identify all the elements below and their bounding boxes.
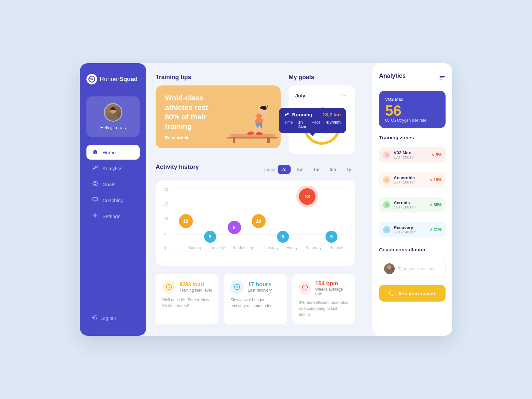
svg-point-25: [387, 265, 391, 269]
my-goals-title: My goals: [289, 74, 355, 81]
zone-2-pct: ↗ 21%: [429, 227, 442, 232]
activity-tooltip: Running 18,2 km Time 1h 34m Pace 4:34/km: [279, 108, 346, 133]
right-panel: Analytics VO2 Max ··· 56 O₂ O₂ Oxygen us…: [372, 63, 452, 336]
filter-7d[interactable]: 7d: [278, 165, 290, 174]
data-point-friday[interactable]: 5: [277, 231, 289, 243]
read-article-link[interactable]: Read article →: [165, 135, 220, 140]
svg-rect-11: [267, 137, 269, 143]
training-zones-title: Training zones: [379, 135, 446, 140]
svg-point-14: [258, 117, 259, 119]
vo2-label: VO2 Max: [385, 97, 403, 102]
svg-rect-7: [93, 198, 97, 201]
ask-coach-button[interactable]: Ask your coach: [379, 285, 446, 302]
sidebar-item-analytics[interactable]: Analytics: [86, 161, 140, 176]
avatar: [104, 103, 122, 122]
chart-x-labels: Monday Tuesday Wednesday Thursday Friday…: [184, 245, 347, 250]
tips-illustration: [221, 85, 281, 148]
logout-icon: [92, 315, 97, 321]
svg-rect-24: [440, 79, 442, 79]
coach-avatar: [384, 263, 395, 274]
chart-y-labels: 20 15 10 5 0: [164, 187, 172, 250]
filter-1m[interactable]: 1m: [309, 165, 323, 174]
data-point-wednesday[interactable]: 8: [228, 221, 241, 234]
data-point-saturday[interactable]: 18: [299, 188, 316, 205]
goals-icon: [92, 181, 98, 188]
analytics-title: Analytics: [379, 72, 406, 79]
recovery-desc: Slow down! Longer recovery recommended.: [230, 297, 280, 309]
data-point-thursday[interactable]: 10: [252, 214, 266, 228]
activity-history-section: Activity history Today 7d 2w 1m 3m 1y 20…: [156, 164, 355, 266]
coach-input-row[interactable]: Type your message: [379, 259, 446, 278]
analytics-header: Analytics: [379, 72, 446, 84]
zone-item-3: 3 Aerobic 140 - 160 hrm ↗ 56%: [379, 197, 446, 212]
recovery-icon-circle: [230, 280, 244, 294]
settings-icon: [92, 213, 98, 219]
filter-1y[interactable]: 1y: [342, 165, 355, 174]
sidebar: RunnerSquad Hello, Lucas: [80, 63, 146, 336]
zone-3-number: 3: [383, 201, 390, 208]
zone-3-range: 140 - 160 hrm: [394, 205, 426, 209]
load-value: 93% load: [180, 281, 212, 288]
coach-title: Coach consultation: [379, 247, 446, 252]
nav-items: Home Analytics Goals Coaching: [86, 145, 140, 311]
chart-plot: 10 5 8 10 5 18: [174, 187, 347, 250]
logout-button[interactable]: Log out: [86, 311, 140, 325]
analytics-options-icon[interactable]: [439, 74, 446, 82]
recovery-value: 17 hours: [248, 281, 272, 288]
sidebar-item-coaching[interactable]: Coaching: [86, 193, 140, 207]
app-container: RunnerSquad Hello, Lucas: [80, 63, 452, 336]
load-sub: Training load level: [180, 288, 212, 293]
data-point-tuesday[interactable]: 5: [204, 231, 216, 243]
zone-4-number: 4: [383, 176, 390, 184]
zone-5-pct: ↘ 5%: [431, 153, 442, 157]
time-label: Today: [263, 167, 275, 172]
svg-point-6: [94, 183, 96, 185]
sidebar-item-home[interactable]: Home: [86, 145, 140, 160]
filter-3m[interactable]: 3m: [326, 165, 340, 174]
zone-item-2: 2 Recovery 120 - 140 hrm ↗ 21%: [379, 222, 446, 237]
rate-icon-circle: [299, 282, 311, 295]
stat-card-recovery: 17 hours Last recovery Slow down! Longer…: [224, 274, 287, 324]
goals-month: July: [295, 93, 305, 98]
svg-rect-27: [390, 291, 395, 295]
zone-4-range: 160 - 180 hrm: [394, 180, 426, 184]
svg-rect-10: [233, 137, 235, 143]
zone-2-name: Recovery: [394, 225, 426, 230]
sidebar-bottom: Log out: [86, 311, 140, 325]
vo2-value: 56: [385, 103, 440, 118]
load-desc: Well done Mr. Forest. Now it's time to r…: [162, 297, 212, 309]
filter-2w[interactable]: 2w: [293, 165, 307, 174]
sidebar-item-settings[interactable]: Settings: [86, 209, 140, 223]
coach-message-input[interactable]: Type your message: [398, 266, 436, 271]
svg-point-15: [259, 119, 261, 121]
svg-rect-22: [440, 76, 445, 77]
rate-desc: 3% more efficient anaerobic rate compari…: [299, 300, 348, 318]
zone-2-number: 2: [383, 226, 390, 233]
zone-3-pct: ↗ 56%: [429, 202, 442, 207]
zone-2-range: 120 - 140 hrm: [394, 230, 426, 234]
vo2-menu-icon[interactable]: ···: [433, 96, 440, 102]
coaching-icon: [92, 197, 98, 203]
analytics-icon: [92, 165, 98, 172]
activity-header: Activity history Today 7d 2w 1m 3m 1y: [156, 164, 355, 175]
vo2-sub: O₂ O₂ Oxygen use rate: [385, 118, 440, 123]
rate-value: 154 bpm: [315, 280, 348, 287]
goals-menu-button[interactable]: ···: [341, 92, 348, 99]
data-point-monday[interactable]: 10: [179, 214, 193, 228]
training-tips-section: Training tips Wold-class athletes rest 8…: [156, 74, 281, 154]
data-point-sunday[interactable]: 5: [326, 231, 337, 243]
stat-cards: 93% load Training load level Well done M…: [156, 274, 355, 324]
svg-point-17: [255, 132, 263, 135]
zone-item-5: 5 V02 Max 180 - 200 hrm ↘ 5%: [379, 147, 446, 163]
activity-title: Activity history: [156, 164, 199, 171]
zone-5-name: V02 Max: [394, 150, 428, 155]
chart-container: 20 15 10 5 0 10: [156, 181, 355, 266]
svg-rect-23: [440, 77, 444, 78]
training-tips-title: Training tips: [156, 74, 281, 81]
svg-point-26: [386, 270, 393, 274]
sidebar-logo: RunnerSquad: [86, 74, 140, 84]
time-filters: Today 7d 2w 1m 3m 1y: [263, 165, 355, 174]
home-icon: [92, 149, 98, 156]
sidebar-item-goals[interactable]: Goals: [86, 177, 140, 192]
zone-5-range: 180 - 200 hrm: [394, 155, 428, 159]
